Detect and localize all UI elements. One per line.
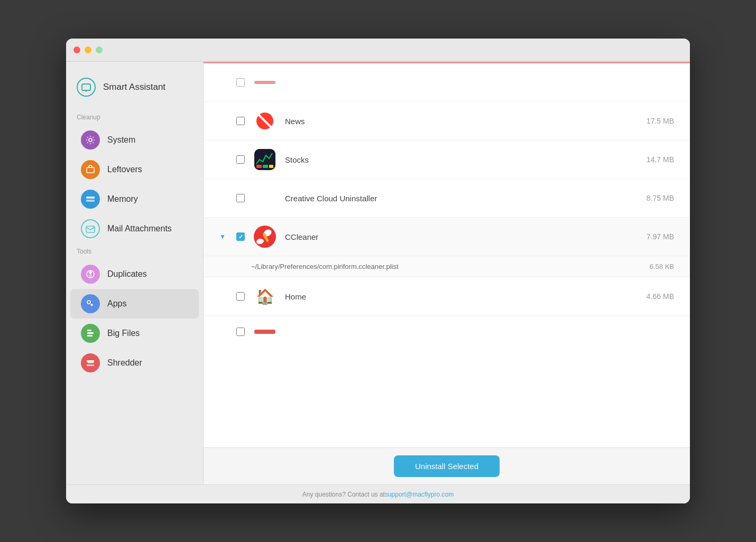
home-icon-img: 🏠 <box>254 285 276 307</box>
traffic-lights <box>73 46 103 53</box>
sidebar-item-leftovers[interactable]: Leftovers <box>70 155 199 184</box>
news-app-name: News <box>285 117 623 126</box>
svg-rect-12 <box>87 332 94 334</box>
svg-rect-13 <box>87 335 93 337</box>
home-app-size: 4.66 MB <box>632 292 674 301</box>
content-area: News 17.5 MB <box>204 62 690 484</box>
svg-rect-5 <box>86 197 95 199</box>
home-app-icon: 🏠 <box>253 285 276 308</box>
news-app-icon <box>253 109 276 133</box>
sidebar-item-apps[interactable]: Apps <box>70 289 199 319</box>
stocks-icon-img <box>254 149 275 170</box>
footer: Any questions? Contact us at support@mac… <box>66 484 690 503</box>
sidebar-item-smart-assistant[interactable]: Smart Assistant <box>66 72 203 109</box>
smart-assistant-label: Smart Assistant <box>103 82 165 92</box>
memory-label: Memory <box>107 194 138 204</box>
expand-arrow-ccleaner[interactable]: ▼ <box>219 233 228 240</box>
ccleaner-plist-path: ~/Library/Preferences/com.piriform.cclea… <box>251 263 632 270</box>
svg-rect-7 <box>86 226 95 232</box>
app-row-bottom-partial <box>204 316 690 351</box>
bottom-partial-icon <box>253 320 276 343</box>
app-row-ccleaner: ▼ CCleaner <box>204 218 690 256</box>
checkbox-stocks[interactable] <box>236 155 245 164</box>
close-button[interactable] <box>73 46 80 53</box>
sidebar-item-big-files[interactable]: Big Files <box>70 319 199 348</box>
app-row-creative-cloud: Creative Cloud Uninstaller 8.75 MB <box>204 179 690 218</box>
ccleaner-app-icon <box>253 225 276 248</box>
stocks-app-size: 14.7 MB <box>632 155 674 164</box>
stocks-app-name: Stocks <box>285 155 623 164</box>
svg-rect-20 <box>256 165 262 168</box>
svg-rect-22 <box>269 165 273 168</box>
footer-text: Any questions? Contact us at <box>302 491 385 498</box>
cc-app-icon <box>253 186 276 210</box>
cc-app-size: 8.75 MB <box>632 194 674 202</box>
shredder-label: Shredder <box>107 358 142 368</box>
svg-rect-11 <box>87 330 91 331</box>
maximize-button[interactable] <box>96 46 103 53</box>
ccleaner-subrow: ~/Library/Preferences/com.piriform.cclea… <box>204 256 690 277</box>
app-row-news: News 17.5 MB <box>204 102 690 141</box>
ccleaner-app-name: CCleaner <box>285 232 623 241</box>
uninstall-selected-button[interactable]: Uninstall Selected <box>394 455 500 477</box>
sidebar-item-mail-attachments[interactable]: Mail Attachments <box>70 214 199 244</box>
svg-rect-6 <box>86 200 95 202</box>
checkbox-bottom[interactable] <box>236 328 245 336</box>
ccleaner-app-size: 7.97 MB <box>632 232 674 241</box>
leftovers-label: Leftovers <box>107 165 142 174</box>
apps-label: Apps <box>107 299 126 309</box>
app-row-stocks: Stocks 14.7 MB <box>204 141 690 179</box>
svg-rect-4 <box>87 167 94 173</box>
sidebar-item-system[interactable]: System <box>70 125 199 155</box>
footer-support-link[interactable]: support@macflypro.com <box>385 491 454 498</box>
svg-point-9 <box>87 301 90 304</box>
shredder-icon <box>81 353 100 372</box>
sidebar-item-memory[interactable]: Memory <box>70 184 199 214</box>
main-content: Smart Assistant Cleanup System <box>66 62 690 484</box>
sidebar-item-duplicates[interactable]: Duplicates <box>70 259 199 289</box>
bottom-bar: Uninstall Selected <box>204 447 690 484</box>
svg-rect-15 <box>87 365 94 366</box>
content-scroll[interactable]: News 17.5 MB <box>204 62 690 351</box>
checkbox-ccleaner[interactable] <box>236 232 245 241</box>
app-icon-top-partial <box>253 71 276 94</box>
app-row-top-partial <box>204 62 690 102</box>
app-row-home: 🏠 Home 4.66 MB <box>204 277 690 316</box>
news-icon-img <box>254 110 275 132</box>
ccleaner-plist-size: 6.58 KB <box>632 263 674 270</box>
mail-attachments-icon <box>81 219 100 238</box>
svg-rect-0 <box>82 84 90 90</box>
sidebar-item-shredder[interactable]: Shredder <box>70 348 199 378</box>
system-label: System <box>107 135 135 145</box>
svg-point-3 <box>89 138 92 142</box>
minimize-button[interactable] <box>85 46 91 53</box>
big-files-icon <box>81 324 100 343</box>
duplicates-label: Duplicates <box>107 269 147 279</box>
checkbox-top-partial[interactable] <box>236 78 245 87</box>
sidebar: Smart Assistant Cleanup System <box>66 62 204 484</box>
memory-icon <box>81 190 100 209</box>
cleanup-section-label: Cleanup <box>66 109 203 125</box>
checkbox-home[interactable] <box>236 292 245 301</box>
checkbox-cc[interactable] <box>236 194 245 202</box>
duplicates-icon <box>81 265 100 284</box>
app-window: Smart Assistant Cleanup System <box>66 39 690 503</box>
mail-attachments-label: Mail Attachments <box>107 224 172 233</box>
svg-point-10 <box>91 305 93 306</box>
system-icon <box>81 130 100 149</box>
leftovers-icon <box>81 160 100 179</box>
apps-icon <box>81 294 100 313</box>
scroll-area: News 17.5 MB <box>204 62 690 447</box>
svg-rect-14 <box>87 360 94 362</box>
smart-assistant-icon <box>77 78 96 97</box>
tools-section-label: Tools <box>66 244 203 259</box>
news-app-size: 17.5 MB <box>632 117 674 125</box>
svg-rect-21 <box>263 165 268 168</box>
titlebar <box>66 39 690 62</box>
stocks-app-icon <box>253 148 276 171</box>
checkbox-news[interactable] <box>236 117 245 125</box>
big-files-label: Big Files <box>107 329 140 338</box>
cc-app-name: Creative Cloud Uninstaller <box>285 194 623 203</box>
home-app-name: Home <box>285 292 623 301</box>
